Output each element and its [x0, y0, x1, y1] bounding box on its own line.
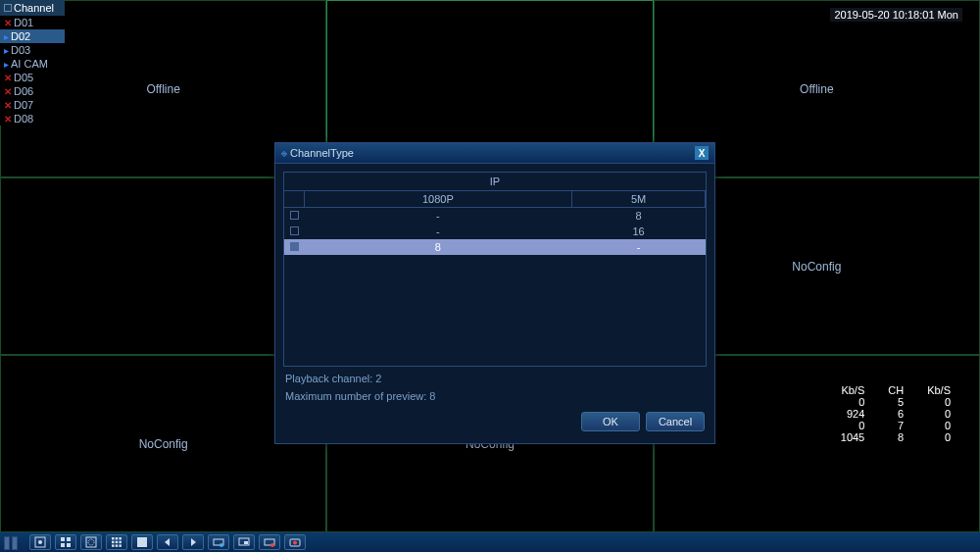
dialog-title-label: ChannelType — [290, 147, 354, 159]
svg-point-1 — [38, 540, 42, 544]
svg-point-7 — [88, 539, 94, 545]
stats-cell: 1045 — [829, 431, 876, 443]
ok-button[interactable]: OK — [581, 412, 640, 431]
stats-col-kbs2: Kb/S — [915, 384, 962, 396]
stats-cell: 0 — [915, 408, 962, 420]
offline-icon: ✕ — [4, 100, 12, 111]
channeltype-row[interactable]: -8 — [284, 208, 706, 225]
channel-list: ✕D01▸D02▸D03▸AI CAM✕D05✕D06✕D07✕D08 — [0, 16, 65, 125]
stats-cell: 0 — [915, 420, 962, 431]
cell-status: Offline — [146, 82, 179, 96]
play-icon: ▸ — [4, 59, 9, 70]
fullscreen-button[interactable] — [131, 534, 153, 550]
svg-rect-15 — [116, 544, 119, 547]
channeltype-dialog: ⎆ ChannelType X IP 1080P 5M -8-168- Play… — [274, 142, 715, 444]
cell-1080p: - — [304, 224, 572, 239]
sidebar-header: Channel — [0, 0, 65, 16]
stats-cell: 7 — [876, 420, 915, 431]
cell-5m: 16 — [572, 224, 706, 239]
svg-rect-17 — [137, 537, 147, 547]
offline-icon: ✕ — [4, 73, 12, 83]
channel-label: D08 — [14, 113, 33, 125]
svg-rect-3 — [67, 537, 71, 541]
stats-col-ch: CH — [876, 384, 915, 396]
stats-cell: 0 — [915, 431, 962, 443]
datetime-display: 2019-05-20 10:18:01 Mon — [830, 8, 962, 22]
channel-item[interactable]: ▸D02 — [0, 29, 65, 43]
view4-button[interactable] — [55, 534, 76, 550]
dialog-titlebar[interactable]: ⎆ ChannelType X — [275, 143, 714, 164]
view1-button[interactable] — [29, 534, 51, 550]
cell-status: NoConfig — [792, 260, 841, 274]
offline-icon: ✕ — [4, 114, 12, 125]
snapshot-button[interactable] — [284, 534, 306, 550]
svg-rect-5 — [67, 543, 71, 547]
pip-button[interactable] — [233, 534, 255, 550]
offline-icon: ✕ — [4, 18, 12, 28]
svg-point-23 — [270, 543, 274, 547]
arrow-left-icon[interactable] — [157, 534, 178, 550]
play-icon: ▸ — [4, 31, 9, 42]
row-checkbox[interactable] — [290, 226, 299, 235]
channel-item[interactable]: ✕D08 — [0, 112, 65, 125]
channel-item[interactable]: ✕D05 — [0, 71, 65, 84]
cell-status: NoConfig — [139, 437, 188, 451]
svg-rect-2 — [61, 537, 65, 541]
svg-rect-4 — [61, 543, 65, 547]
cell-5m: - — [572, 239, 706, 255]
svg-rect-10 — [119, 537, 122, 540]
stats-cell: 0 — [915, 396, 962, 408]
channeltype-row[interactable]: -16 — [284, 224, 706, 239]
channel-label: D02 — [11, 30, 30, 42]
stats-col-kbs1: Kb/S — [829, 384, 876, 396]
stats-cell: 924 — [829, 408, 876, 420]
cell-1080p: 8 — [304, 239, 572, 255]
svg-point-25 — [293, 541, 297, 545]
channel-label: D07 — [14, 99, 33, 111]
col-5m: 5M — [572, 191, 706, 208]
channel-item[interactable]: ▸AI CAM — [0, 57, 65, 71]
sidebar-icon — [4, 4, 12, 12]
svg-rect-11 — [112, 541, 115, 544]
svg-rect-8 — [112, 537, 115, 540]
channel-label: AI CAM — [11, 58, 48, 70]
arrow-right-icon[interactable] — [182, 534, 204, 550]
channel-label: D01 — [14, 17, 33, 28]
svg-point-19 — [220, 543, 223, 547]
stats-cell: 8 — [876, 431, 915, 443]
view8-button[interactable] — [80, 534, 102, 550]
svg-rect-21 — [244, 541, 248, 544]
offline-icon: ✕ — [4, 86, 12, 97]
channeltype-row[interactable]: 8- — [284, 239, 706, 255]
tour-button[interactable] — [208, 534, 229, 550]
stats-cell: 6 — [876, 408, 915, 420]
row-checkbox[interactable] — [290, 242, 299, 251]
svg-rect-9 — [116, 537, 119, 540]
channel-label: D03 — [11, 44, 30, 56]
sidebar-title: Channel — [14, 2, 54, 14]
ip-group-header: IP — [283, 172, 707, 190]
channel-item[interactable]: ▸D03 — [0, 43, 65, 57]
bottom-toolbar — [0, 532, 980, 552]
close-icon[interactable]: X — [695, 146, 709, 160]
stats-cell: 0 — [829, 396, 876, 408]
cell-status: Offline — [800, 82, 833, 96]
record-button[interactable] — [259, 534, 280, 550]
cell-5m: 8 — [572, 208, 706, 225]
channel-sidebar: Channel ✕D01▸D02▸D03▸AI CAM✕D05✕D06✕D07✕… — [0, 0, 65, 125]
channel-item[interactable]: ✕D06 — [0, 84, 65, 98]
col-1080p: 1080P — [304, 191, 572, 208]
bitrate-stats: Kb/S CH Kb/S 05092460070104580 — [829, 384, 962, 443]
toolbar-pager[interactable] — [4, 536, 18, 550]
row-checkbox[interactable] — [290, 211, 299, 220]
channeltype-table: 1080P 5M -8-168- — [283, 190, 707, 367]
cancel-button[interactable]: Cancel — [646, 412, 705, 431]
channel-item[interactable]: ✕D01 — [0, 16, 65, 29]
stats-cell: 0 — [829, 420, 876, 431]
view9-button[interactable] — [106, 534, 127, 550]
col-check — [284, 191, 304, 208]
svg-rect-14 — [112, 544, 115, 547]
channel-item[interactable]: ✕D07 — [0, 98, 65, 112]
svg-rect-12 — [116, 541, 119, 544]
cell-1080p: - — [304, 208, 572, 225]
